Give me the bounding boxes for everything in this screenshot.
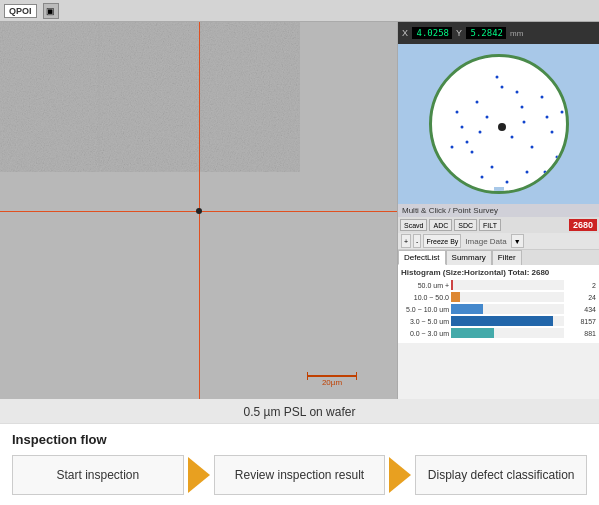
- hist-label-3: 3.0 ~ 5.0 um: [401, 318, 449, 325]
- scale-label: 20µm: [322, 378, 342, 387]
- wafer-circle: [429, 54, 569, 194]
- svg-point-3: [500, 86, 503, 89]
- svg-point-6: [485, 116, 488, 119]
- zoom-in-btn[interactable]: +: [401, 234, 411, 248]
- data-panel: Scavd ADC SDC FILT 2680 + - Freeze By Im…: [398, 217, 599, 399]
- histogram-title: Histogram (Size:Horizontal) Total: 2680: [401, 268, 596, 277]
- coord-unit: mm: [510, 29, 523, 38]
- x-label: X: [402, 28, 408, 38]
- svg-point-26: [478, 131, 481, 134]
- hist-bar-container-3: [451, 316, 564, 326]
- flow-title: Inspection flow: [12, 432, 587, 447]
- hist-row-3: 3.0 ~ 5.0 um 8157: [401, 316, 596, 326]
- toolbar-icon-1[interactable]: ▣: [43, 3, 59, 19]
- flow-step-2[interactable]: Review inspection result: [214, 455, 386, 495]
- zoom-out-btn[interactable]: -: [413, 234, 421, 248]
- caption-text: 0.5 µm PSL on wafer: [244, 405, 356, 419]
- x-value: 4.0258: [412, 27, 452, 39]
- hist-row-2: 5.0 ~ 10.0 um 434: [401, 304, 596, 314]
- hist-bar-container-2: [451, 304, 564, 314]
- adc-btn[interactable]: ADC: [429, 219, 452, 231]
- svg-point-24: [450, 146, 453, 149]
- freeze-btn[interactable]: Freeze By: [423, 234, 461, 248]
- scale-bar: 20µm: [307, 375, 357, 387]
- svg-point-9: [510, 136, 513, 139]
- hist-count-2: 434: [566, 306, 596, 313]
- svg-point-28: [543, 171, 546, 174]
- svg-point-25: [560, 111, 563, 114]
- svg-point-23: [555, 156, 558, 159]
- main-container: QPOI ▣: [0, 0, 599, 505]
- svg-point-20: [465, 141, 468, 144]
- toolbar-row-2: + - Freeze By Image Data ▼: [398, 233, 599, 250]
- svg-point-16: [545, 116, 548, 119]
- scale-line: [307, 375, 357, 377]
- histogram-area: Histogram (Size:Horizontal) Total: 2680 …: [398, 265, 599, 343]
- svg-point-21: [515, 91, 518, 94]
- hist-bar-container-1: [451, 292, 564, 302]
- hist-bar-4: [451, 328, 494, 338]
- svg-point-27: [522, 121, 525, 124]
- tab-defectlist[interactable]: DefectList: [398, 250, 446, 265]
- sdc-btn[interactable]: SDC: [454, 219, 477, 231]
- content-area: 20µm X 4.0258 Y 5.2842 mm: [0, 22, 599, 399]
- arrow-shape-2: [389, 457, 411, 493]
- hist-bar-1: [451, 292, 460, 302]
- tab-summary[interactable]: Summary: [446, 250, 492, 265]
- svg-point-4: [475, 101, 478, 104]
- defect-count-badge: 2680: [569, 219, 597, 231]
- hist-count-0: 2: [566, 282, 596, 289]
- image-data-btn[interactable]: ▼: [511, 234, 524, 248]
- caption-area: 0.5 µm PSL on wafer: [0, 399, 599, 423]
- defect-dot: [196, 208, 202, 214]
- app-logo: QPOI: [4, 4, 37, 18]
- svg-point-14: [525, 171, 528, 174]
- hist-count-3: 8157: [566, 318, 596, 325]
- scavd-btn[interactable]: Scavd: [400, 219, 427, 231]
- flow-step-2-label: Review inspection result: [235, 468, 364, 482]
- hist-count-4: 881: [566, 330, 596, 337]
- filt-btn[interactable]: FILT: [479, 219, 501, 231]
- defect-map-svg: [432, 57, 566, 191]
- svg-point-10: [530, 146, 533, 149]
- flow-arrow-2: [385, 455, 415, 495]
- hist-count-1: 24: [566, 294, 596, 301]
- multi-click-label: Multi & Click / Point Survey: [402, 206, 498, 215]
- svg-point-11: [470, 151, 473, 154]
- svg-point-18: [480, 176, 483, 179]
- image-data-label: Image Data: [463, 237, 508, 246]
- flow-step-3-label: Display defect classification: [428, 468, 575, 482]
- svg-point-12: [550, 131, 553, 134]
- svg-point-29: [498, 123, 506, 131]
- wafer-map-container[interactable]: [398, 44, 599, 204]
- flow-steps: Start inspection Review inspection resul…: [12, 455, 587, 495]
- toolbar: QPOI ▣: [0, 0, 599, 22]
- svg-point-22: [495, 76, 498, 79]
- coords-bar: X 4.0258 Y 5.2842 mm: [398, 22, 599, 44]
- hist-bar-3: [451, 316, 553, 326]
- flow-arrow-1: [184, 455, 214, 495]
- panel-tabs: DefectList Summary Filter: [398, 250, 599, 265]
- y-value: 5.2842: [466, 27, 506, 39]
- hist-bar-container-4: [451, 328, 564, 338]
- y-label: Y: [456, 28, 462, 38]
- hist-bar-0: [451, 280, 453, 290]
- svg-point-19: [535, 186, 538, 189]
- right-panel: X 4.0258 Y 5.2842 mm: [397, 22, 599, 399]
- wafer-notch: [494, 187, 504, 194]
- hist-bar-2: [451, 304, 483, 314]
- tab-filter[interactable]: Filter: [492, 250, 522, 265]
- flow-step-1-label: Start inspection: [56, 468, 139, 482]
- hist-bar-container-0: [451, 280, 564, 290]
- flow-step-1[interactable]: Start inspection: [12, 455, 184, 495]
- microscope-view: 20µm: [0, 22, 397, 399]
- microscope-image: 20µm: [0, 22, 397, 399]
- inspection-flow: Inspection flow Start inspection Review …: [0, 423, 599, 505]
- hist-label-4: 0.0 ~ 3.0 um: [401, 330, 449, 337]
- arrow-shape-1: [188, 457, 210, 493]
- svg-point-15: [455, 111, 458, 114]
- hist-label-1: 10.0 ~ 50.0: [401, 294, 449, 301]
- svg-point-13: [490, 166, 493, 169]
- flow-step-3[interactable]: Display defect classification: [415, 455, 587, 495]
- hist-row-1: 10.0 ~ 50.0 24: [401, 292, 596, 302]
